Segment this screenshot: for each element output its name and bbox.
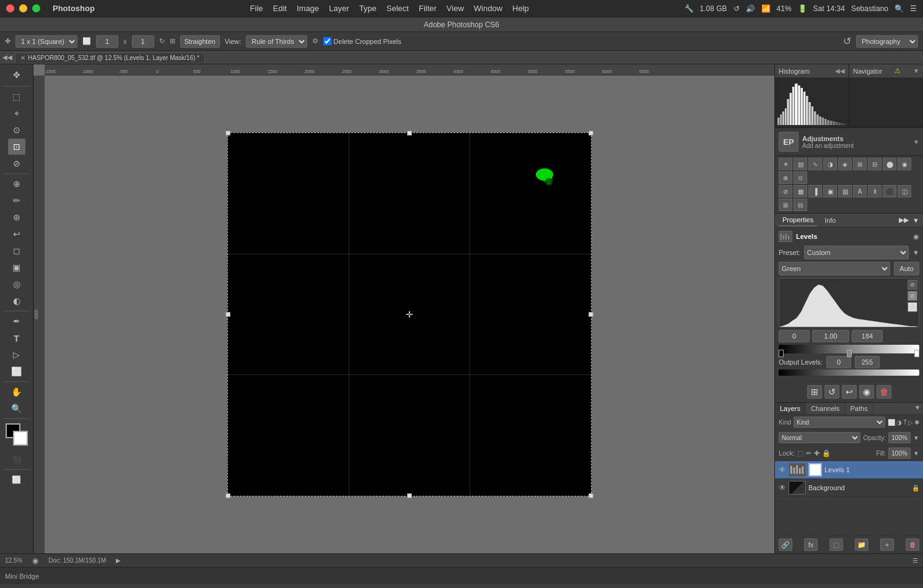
histogram-collapse[interactable]: ◀◀ [835, 67, 845, 74]
notification-icon[interactable]: ☰ [910, 4, 917, 13]
handle-top-center[interactable] [407, 131, 412, 136]
handle-mid-left[interactable] [225, 312, 230, 317]
channels-tab[interactable]: Channels [806, 403, 845, 414]
black-point-slider[interactable] [779, 350, 784, 357]
channel-select[interactable]: Green [779, 262, 890, 275]
layers-panel-menu[interactable]: ▼ [912, 403, 923, 414]
menu-window[interactable]: Window [474, 4, 502, 13]
preset-select[interactable]: Custom [804, 246, 909, 259]
adj-gradientfill-icon[interactable]: ◫ [898, 185, 911, 197]
adj-solidcolor-icon[interactable]: ⬛ [883, 185, 896, 197]
input-levels-slider[interactable] [779, 345, 919, 353]
adj-bw-icon[interactable]: ⬤ [883, 158, 896, 170]
link-layers-btn[interactable]: 🔗 [779, 538, 792, 551]
new-layer-btn[interactable]: + [880, 538, 894, 551]
layer-item-background[interactable]: 👁 Background 🔒 [775, 479, 923, 497]
layer-item-levels1[interactable]: 👁 Levels 1 [775, 461, 923, 479]
crop-tool[interactable]: ⊡ [8, 139, 25, 155]
move-tool[interactable]: ✥ [8, 67, 25, 83]
history-brush-tool[interactable]: ↩ [8, 226, 25, 242]
adj-photofilter-icon[interactable]: ◉ [898, 158, 911, 170]
feather-height-input[interactable] [132, 35, 154, 48]
menu-image[interactable]: Image [297, 4, 319, 13]
info-tab[interactable]: Info [821, 214, 839, 227]
input-white-field[interactable] [852, 330, 883, 342]
handle-bottom-right[interactable] [588, 493, 593, 498]
output-white-field[interactable] [855, 356, 880, 368]
shape-tool[interactable]: ⬜ [8, 363, 25, 379]
paths-tab[interactable]: Paths [846, 403, 873, 414]
blur-tool[interactable]: ◎ [8, 276, 25, 292]
delete-layer-btn[interactable]: 🗑 [906, 538, 919, 551]
straighten-button[interactable]: Straighten [180, 35, 220, 48]
white-point-slider[interactable] [914, 350, 919, 357]
mini-bridge-label[interactable]: Mini Bridge [5, 573, 39, 580]
marquee-type-select[interactable]: 1 x 1 (Square) [15, 35, 77, 48]
lasso-tool[interactable]: ⌖ [8, 105, 25, 121]
navigator-tab[interactable]: Navigator [853, 67, 882, 75]
preset-menu-icon[interactable]: ▼ [912, 249, 919, 256]
menu-type[interactable]: Type [359, 4, 377, 13]
view-settings-icon[interactable]: ⚙ [312, 37, 318, 45]
levels-visibility-icon[interactable]: ◉ [913, 233, 919, 241]
zoom-tool[interactable]: 🔍 [8, 400, 25, 417]
mid-point-slider[interactable] [847, 350, 852, 357]
input-mid-field[interactable] [812, 330, 849, 342]
adjustment-filter-icon[interactable]: ◑ [896, 419, 902, 426]
adj-hsl-icon[interactable]: ⊞ [853, 158, 867, 170]
zoom-level[interactable]: 12.5% [5, 557, 22, 564]
input-black-field[interactable] [779, 330, 810, 342]
menu-select[interactable]: Select [387, 4, 409, 13]
clip-to-layer-btn[interactable]: ⊞ [807, 385, 822, 399]
background-eye-icon[interactable]: 👁 [779, 483, 786, 492]
fill-arrow-icon[interactable]: ▼ [913, 450, 919, 457]
adj-table-icon[interactable]: ⊟ [794, 199, 807, 211]
properties-expand-icon[interactable]: ▶▶ [899, 216, 909, 224]
histogram-tab[interactable]: Histogram [779, 67, 810, 75]
workspace-select[interactable]: Photography [856, 35, 918, 48]
auto-button[interactable]: Auto [894, 262, 919, 275]
fill-input[interactable] [888, 447, 911, 459]
new-group-btn[interactable]: 📁 [855, 538, 868, 551]
adj-gradient-icon[interactable]: ▣ [823, 185, 837, 197]
delete-btn[interactable]: 🗑 [877, 385, 891, 399]
feather-width-input[interactable] [96, 35, 118, 48]
hand-tool[interactable]: ✋ [8, 384, 25, 400]
white-eyedropper[interactable]: ⊘ [908, 302, 917, 312]
close-button[interactable] [6, 4, 14, 12]
adj-patternfill-icon[interactable]: ⊞ [779, 199, 792, 211]
adj-vibrance-icon[interactable]: ◈ [838, 158, 852, 170]
adj-brightness-icon[interactable]: ☀ [779, 158, 792, 170]
add-mask-btn[interactable]: ⬚ [829, 538, 843, 551]
shape-filter-icon[interactable]: ▷ [908, 419, 913, 426]
menu-view[interactable]: View [447, 4, 464, 13]
layers-tab[interactable]: Layers [775, 403, 806, 414]
pixel-filter-icon[interactable]: ⬜ [888, 419, 895, 426]
menu-filter[interactable]: Filter [419, 4, 437, 13]
adj-threshold-icon[interactable]: ▐ [808, 185, 822, 197]
healing-brush-tool[interactable]: ⊕ [8, 176, 25, 192]
handle-bottom-left[interactable] [225, 493, 230, 498]
handle-top-left[interactable] [225, 131, 230, 136]
menu-help[interactable]: Help [512, 4, 529, 13]
foreground-background-colors[interactable] [6, 423, 28, 446]
kind-select[interactable]: Kind [794, 417, 885, 428]
adj-panel-menu[interactable]: ▼ [913, 139, 919, 145]
view-select[interactable]: Rule of Thirds [246, 35, 307, 48]
toggle-visibility-btn[interactable]: ◉ [859, 385, 874, 399]
handle-bottom-center[interactable] [407, 493, 412, 498]
properties-menu-icon[interactable]: ▼ [912, 217, 919, 224]
black-eyedropper[interactable]: ⊘ [908, 280, 917, 290]
properties-tab[interactable]: Properties [779, 214, 817, 227]
reset-btn[interactable]: ↩ [842, 385, 857, 399]
mac-window-controls[interactable]: Photoshop [6, 4, 95, 13]
pen-tool[interactable]: ✒ [8, 313, 25, 329]
menu-edit[interactable]: Edit [273, 4, 287, 13]
delete-cropped-input[interactable] [323, 37, 331, 45]
type-tool[interactable]: T [8, 330, 25, 346]
menu-layer[interactable]: Layer [329, 4, 349, 13]
refresh-icon[interactable]: ↻ [159, 37, 165, 45]
screen-mode[interactable]: ⬜ [8, 472, 25, 488]
quick-mask-mode[interactable]: ⬛ [8, 451, 25, 467]
adj-exposure-icon[interactable]: ◑ [823, 158, 837, 170]
